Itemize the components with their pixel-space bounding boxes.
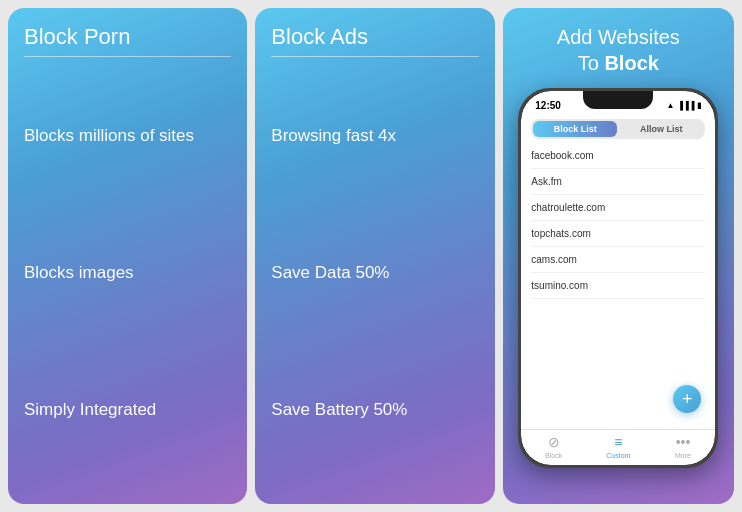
right-panel-header: Add Websites To Block	[557, 24, 680, 76]
status-time: 12:50	[535, 100, 561, 111]
phone-notch	[583, 91, 653, 109]
phone-mockup: 12:50 ▲ ▐▐▐ ▮ Block List Allow List face…	[518, 88, 718, 468]
segment-control[interactable]: Block List Allow List	[531, 119, 705, 139]
phone-screen: 12:50 ▲ ▐▐▐ ▮ Block List Allow List face…	[521, 91, 715, 465]
feature-integrated: Simply Integrated	[24, 390, 231, 430]
custom-tab-label: Custom	[606, 452, 630, 459]
block-ads-title: Block Ads	[271, 24, 478, 50]
bottom-tab-bar: ⊘ Block ≡ Custom ••• More	[521, 429, 715, 465]
block-tab-label: Block	[545, 452, 562, 459]
segment-allow-list[interactable]: Allow List	[619, 121, 703, 137]
website-item[interactable]: cams.com	[531, 247, 705, 273]
status-icons: ▲ ▐▐▐ ▮	[666, 101, 701, 110]
feature-millions: Blocks millions of sites	[24, 116, 231, 156]
segment-block-list[interactable]: Block List	[533, 121, 617, 137]
mid-features: Browsing fast 4x Save Data 50% Save Batt…	[271, 57, 478, 488]
website-item[interactable]: topchats.com	[531, 221, 705, 247]
feature-battery: Save Battery 50%	[271, 390, 478, 430]
feature-data: Save Data 50%	[271, 253, 478, 293]
block-porn-panel: Block Porn Blocks millions of sites Bloc…	[8, 8, 247, 504]
block-porn-title: Block Porn	[24, 24, 231, 50]
left-features: Blocks millions of sites Blocks images S…	[24, 57, 231, 488]
header-line2: To	[578, 52, 605, 74]
header-bold: Block	[604, 52, 658, 74]
feature-images: Blocks images	[24, 253, 231, 293]
add-websites-panel: Add Websites To Block 12:50 ▲ ▐▐▐ ▮ Bloc…	[503, 8, 734, 504]
tab-block[interactable]: ⊘ Block	[521, 434, 586, 459]
website-item[interactable]: tsumino.com	[531, 273, 705, 299]
signal-icon: ▐▐▐	[677, 101, 694, 110]
wifi-icon: ▲	[666, 101, 674, 110]
feature-speed: Browsing fast 4x	[271, 116, 478, 156]
more-tab-label: More	[675, 452, 691, 459]
tab-custom[interactable]: ≡ Custom	[586, 434, 651, 459]
website-item[interactable]: chatroulette.com	[531, 195, 705, 221]
battery-icon: ▮	[697, 101, 701, 110]
block-tab-icon: ⊘	[548, 434, 560, 450]
more-tab-icon: •••	[676, 434, 691, 450]
custom-tab-icon: ≡	[614, 434, 622, 450]
website-item[interactable]: facebook.com	[531, 143, 705, 169]
header-line1: Add Websites	[557, 26, 680, 48]
website-item[interactable]: Ask.fm	[531, 169, 705, 195]
tab-more[interactable]: ••• More	[651, 434, 716, 459]
block-ads-panel: Block Ads Browsing fast 4x Save Data 50%…	[255, 8, 494, 504]
